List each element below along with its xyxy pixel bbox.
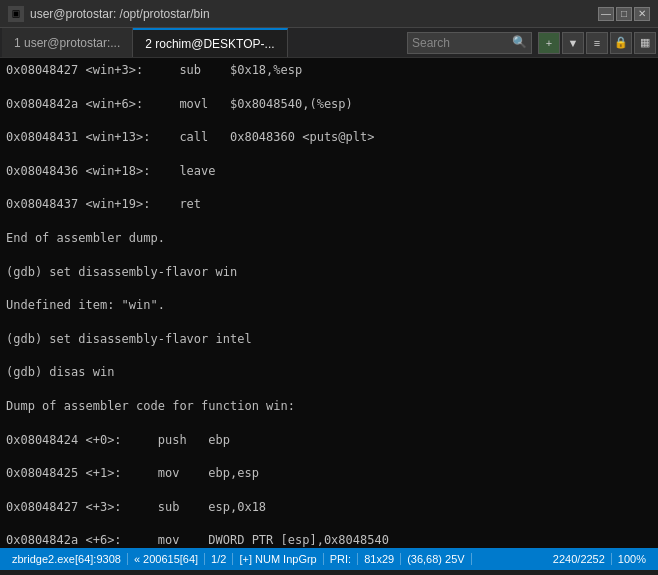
status-zoom: 100% bbox=[612, 553, 652, 565]
terminal-line: Undefined item: "win". bbox=[6, 297, 652, 314]
terminal-line: (gdb) set disassembly-flavor win bbox=[6, 264, 652, 281]
terminal-line: 0x0804842a <win+6>: movl $0x8048540,(%es… bbox=[6, 96, 652, 113]
terminal-content: 0x08048427 <win+3>: sub $0x18,%esp 0x080… bbox=[6, 62, 652, 548]
terminal-line: 0x08048427 <+3>: sub esp,0x18 bbox=[6, 499, 652, 516]
title-bar: ▣ user@protostar: /opt/protostar/bin — □… bbox=[0, 0, 658, 28]
terminal-line: (gdb) set disassembly-flavor intel bbox=[6, 331, 652, 348]
terminal-line: 0x08048424 <+0>: push ebp bbox=[6, 432, 652, 449]
terminal-line: 0x0804842a <+6>: mov DWORD PTR [esp],0x8… bbox=[6, 532, 652, 548]
maximize-button[interactable]: □ bbox=[616, 7, 632, 21]
close-button[interactable]: ✕ bbox=[634, 7, 650, 21]
tab-2-label: 2 rochim@DESKTOP-... bbox=[145, 37, 274, 51]
terminal-line: Dump of assembler code for function win: bbox=[6, 398, 652, 415]
terminal-line: 0x08048425 <+1>: mov ebp,esp bbox=[6, 465, 652, 482]
toolbar-scroll-button[interactable]: ≡ bbox=[586, 32, 608, 54]
title-bar-left: ▣ user@protostar: /opt/protostar/bin bbox=[8, 6, 210, 22]
toolbar-plus-button[interactable]: + bbox=[538, 32, 560, 54]
window-title: user@protostar: /opt/protostar/bin bbox=[30, 7, 210, 21]
status-pos3: [+] NUM InpGrp bbox=[233, 553, 323, 565]
search-input[interactable] bbox=[412, 36, 512, 50]
tab-bar: 1 user@protostar:... 2 rochim@DESKTOP-..… bbox=[0, 28, 658, 58]
search-box[interactable]: 🔍 bbox=[407, 32, 532, 54]
status-bar: zbridge2.exe[64]:9308 « 200615[64] 1/2 [… bbox=[0, 548, 658, 570]
minimize-button[interactable]: — bbox=[598, 7, 614, 21]
tab-1-label: 1 user@protostar:... bbox=[14, 36, 120, 50]
window-controls: — □ ✕ bbox=[598, 7, 650, 21]
terminal-line: 0x08048436 <win+18>: leave bbox=[6, 163, 652, 180]
status-lines: 2240/2252 bbox=[547, 553, 612, 565]
terminal-line: 0x08048431 <win+13>: call 0x8048360 <put… bbox=[6, 129, 652, 146]
terminal-line: 0x08048437 <win+19>: ret bbox=[6, 196, 652, 213]
status-coord: (36,68) 25V bbox=[401, 553, 471, 565]
tab-2[interactable]: 2 rochim@DESKTOP-... bbox=[133, 28, 287, 57]
status-pri: PRI: bbox=[324, 553, 358, 565]
toolbar-lock-button[interactable]: 🔒 bbox=[610, 32, 632, 54]
status-app: zbridge2.exe[64]:9308 bbox=[6, 553, 128, 565]
terminal-line: (gdb) disas win bbox=[6, 364, 652, 381]
toolbar-layout-button[interactable]: ▦ bbox=[634, 32, 656, 54]
search-icon: 🔍 bbox=[512, 35, 527, 50]
status-dim: 81x29 bbox=[358, 553, 401, 565]
status-pos2: 1/2 bbox=[205, 553, 233, 565]
tab-1[interactable]: 1 user@protostar:... bbox=[2, 28, 133, 57]
terminal-line: End of assembler dump. bbox=[6, 230, 652, 247]
app-icon: ▣ bbox=[8, 6, 24, 22]
toolbar-dropdown-button[interactable]: ▼ bbox=[562, 32, 584, 54]
status-pos1: « 200615[64] bbox=[128, 553, 205, 565]
terminal-area[interactable]: 0x08048427 <win+3>: sub $0x18,%esp 0x080… bbox=[0, 58, 658, 548]
terminal-line: 0x08048427 <win+3>: sub $0x18,%esp bbox=[6, 62, 652, 79]
